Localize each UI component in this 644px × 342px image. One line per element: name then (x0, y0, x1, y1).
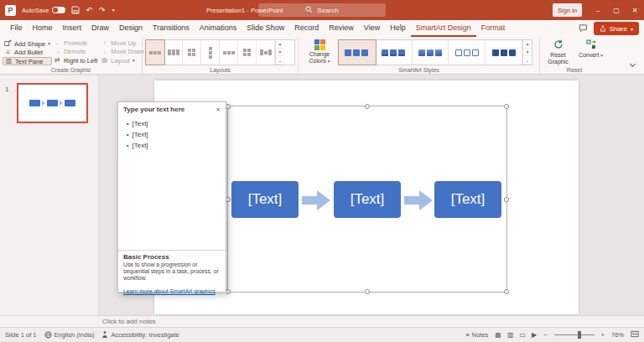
resize-handle[interactable] (365, 104, 370, 109)
tab-file[interactable]: File (5, 20, 28, 37)
close-icon[interactable]: ✕ (216, 106, 221, 113)
close-button[interactable]: ✕ (626, 0, 644, 20)
reset-graphic-button[interactable]: Reset Graphic (543, 39, 574, 66)
scroll-down-icon[interactable]: ▾ (276, 49, 284, 57)
scroll-up-icon[interactable]: ▴ (523, 40, 532, 49)
normal-view-icon[interactable]: ▦ (495, 331, 501, 339)
save-icon[interactable] (71, 3, 80, 18)
notes-toggle[interactable]: ≡ Notes (465, 331, 488, 339)
layout-thumbnail[interactable] (183, 40, 201, 65)
style-thumbnail[interactable] (413, 40, 449, 65)
promote-button[interactable]: ← Promote (52, 39, 99, 47)
slide-indicator[interactable]: Slide 1 of 1 (5, 331, 37, 339)
tab-help[interactable]: Help (385, 20, 411, 37)
reading-view-icon[interactable]: ▭ (519, 331, 526, 339)
move-down-icon: ↓ (101, 49, 108, 55)
resize-handle[interactable] (504, 289, 509, 294)
smartart-shape[interactable]: [Text] (334, 181, 401, 218)
group-create-graphic: Add Shape ▾ ≡ Add Bullet ▥ Text Pane ← (0, 37, 143, 74)
add-bullet-button[interactable]: ≡ Add Bullet (3, 49, 52, 56)
style-thumbnail[interactable] (376, 40, 413, 65)
zoom-out-icon[interactable]: − (543, 331, 547, 339)
comments-icon[interactable] (579, 21, 588, 36)
slide-workspace: [Text] [Text] [Text] Type your text here… (99, 75, 644, 315)
bullet-icon: • (127, 121, 128, 127)
demote-button[interactable]: → Demote (52, 48, 99, 55)
layout-icon: ▦ (101, 57, 108, 64)
tab-smartart-design[interactable]: SmartArt Design (411, 20, 476, 37)
resize-handle[interactable] (504, 104, 509, 109)
smartart-learn-more-link[interactable]: Learn more about SmartArt graphics (123, 288, 216, 294)
share-icon (600, 25, 606, 32)
language-status[interactable]: English (India) (44, 331, 95, 339)
text-pane-item[interactable]: •[Text] (127, 140, 222, 151)
zoom-slider[interactable] (554, 334, 595, 335)
chevron-down-icon: ▾ (48, 41, 50, 46)
tab-draw[interactable]: Draw (86, 20, 114, 37)
right-to-left-button[interactable]: ⇄ Right to Left (52, 57, 99, 65)
scroll-down-icon[interactable]: ▾ (523, 49, 532, 57)
zoom-level[interactable]: 76% (611, 331, 624, 339)
minimize-button[interactable]: – (589, 0, 607, 20)
sign-in-button[interactable]: Sign in (553, 3, 582, 17)
process-arrow-icon (404, 190, 433, 210)
smartart-selection-frame[interactable]: [Text] [Text] [Text] (227, 106, 507, 293)
tab-slide-show[interactable]: Slide Show (242, 20, 289, 37)
layout-thumbnail[interactable] (201, 40, 220, 65)
layout-button[interactable]: ▦ Layout ▾ (99, 57, 139, 65)
layout-thumbnail[interactable] (164, 40, 183, 65)
tab-insert[interactable]: Insert (58, 20, 87, 37)
resize-handle[interactable] (504, 197, 509, 202)
group-label: Layouts (143, 67, 298, 73)
toggle-off-icon[interactable] (52, 7, 65, 13)
tab-transitions[interactable]: Transitions (148, 20, 195, 37)
move-down-button[interactable]: ↓ Move Down (99, 48, 139, 55)
layout-thumbnail[interactable] (146, 40, 164, 65)
powerpoint-logo-icon: P (5, 5, 16, 16)
fit-to-window-icon[interactable] (631, 330, 639, 339)
resize-handle[interactable] (365, 289, 370, 294)
share-button[interactable]: Share ▾ (594, 22, 639, 35)
style-thumbnail[interactable] (339, 40, 376, 65)
style-thumbnail[interactable] (449, 40, 486, 65)
smartart-shape[interactable]: [Text] (434, 181, 501, 218)
text-pane-item[interactable]: •[Text] (127, 118, 222, 129)
change-colors-button[interactable]: Change Colors ▾ (301, 39, 338, 66)
text-pane-button[interactable]: ▥ Text Pane (3, 57, 52, 65)
search-input[interactable]: Search (258, 3, 386, 17)
redo-icon[interactable]: ↷ (99, 7, 106, 14)
layout-thumbnail[interactable] (238, 40, 257, 65)
style-thumbnail[interactable] (486, 40, 522, 65)
tab-design[interactable]: Design (114, 20, 148, 37)
tab-home[interactable]: Home (28, 20, 58, 37)
notes-placeholder: Click to add notes (102, 318, 156, 325)
slide-thumbnail[interactable] (17, 83, 88, 123)
slide-sorter-view-icon[interactable]: ▥ (507, 331, 514, 339)
convert-button[interactable]: Convert ▾ (575, 39, 606, 66)
maximize-button[interactable]: ▢ (607, 0, 626, 20)
layout-thumbnail[interactable] (257, 40, 275, 65)
gallery-more-icon[interactable]: ⌄ (276, 56, 284, 65)
add-shape-button[interactable]: Add Shape ▾ (3, 39, 52, 48)
zoom-slider-thumb[interactable] (578, 331, 581, 339)
scroll-up-icon[interactable]: ▴ (276, 40, 284, 49)
layout-thumbnail[interactable] (220, 40, 238, 65)
tab-review[interactable]: Review (324, 20, 359, 37)
undo-icon[interactable]: ↶ (86, 7, 93, 14)
slideshow-view-icon[interactable]: ▶ (532, 331, 537, 339)
tab-animations[interactable]: Animations (195, 20, 242, 37)
tab-format[interactable]: Format (476, 20, 511, 37)
zoom-in-icon[interactable]: + (601, 331, 605, 339)
notes-bar[interactable]: Click to add notes (0, 315, 644, 327)
customize-qat-icon[interactable]: ▾ (112, 8, 115, 13)
autosave-toggle[interactable]: AutoSave (22, 7, 65, 14)
text-pane-item[interactable]: •[Text] (127, 129, 222, 140)
gallery-more-icon[interactable]: ⌄ (523, 56, 532, 65)
smartart-shape[interactable]: [Text] (231, 181, 299, 218)
tab-view[interactable]: View (359, 20, 385, 37)
move-up-button[interactable]: ↑ Move Up (99, 39, 139, 47)
collapse-ribbon-button[interactable] (630, 61, 636, 67)
tab-record[interactable]: Record (289, 20, 324, 37)
accessibility-status[interactable]: Accessibility: Investigate (101, 331, 179, 339)
demote-icon: → (54, 49, 61, 55)
